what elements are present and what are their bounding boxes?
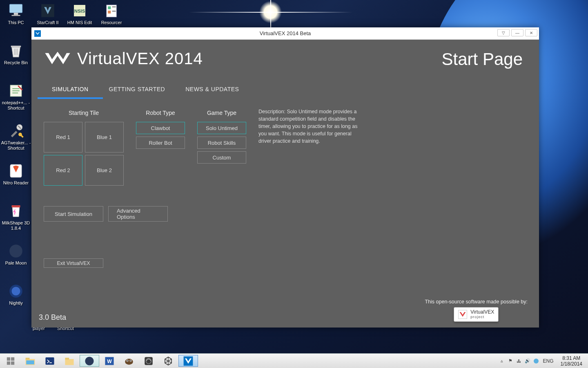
taskbar-word[interactable]: W (100, 354, 119, 368)
close-button[interactable]: ✕ (525, 29, 537, 36)
brand-title: VirtualVEX 2014 (77, 49, 203, 68)
starting-tile-column: Starting Tile Red 1 Blue 1 Red 2 Blue 2 (44, 110, 124, 186)
pale-moon-icon (7, 242, 24, 260)
desktop-icon-label: Pale Moon (4, 260, 28, 266)
column-title: Starting Tile (69, 110, 99, 116)
tab-news-updates[interactable]: NEWS & UPDATES (185, 86, 239, 97)
bin-icon (7, 42, 24, 59)
desktop-icon-notepad-shortcut[interactable]: notepad++... - Shortcut (0, 82, 32, 121)
tray-network-icon[interactable]: 🖧 (516, 358, 522, 364)
desktop-icon-nightly[interactable]: Nightly (0, 283, 32, 321)
svg-rect-17 (108, 11, 111, 13)
tray-overflow-icon[interactable]: ▵ (499, 358, 505, 364)
tab-getting-started[interactable]: GETTING STARTED (109, 86, 165, 97)
exit-button[interactable]: Exit VirtualVEX (44, 258, 103, 268)
version-label: 3.0 Beta (39, 313, 66, 322)
svg-rect-40 (184, 356, 193, 366)
desktop-icon-label: MilkShape 3D 1.8.4 (0, 220, 32, 231)
desktop-icon-label: notepad++... - Shortcut (0, 100, 32, 111)
app-content: VirtualVEX 2014 Start Page SIMULATION GE… (31, 40, 539, 328)
page-title: Start Page (442, 49, 523, 69)
tools-icon (7, 122, 24, 139)
system-tray: ▵ ⚑ 🖧 🔊 ENG 8:31 AM 1/18/2014 (499, 354, 588, 368)
svg-point-9 (9, 245, 22, 258)
taskbar-unity[interactable] (158, 354, 178, 368)
monitor-icon (7, 2, 24, 19)
desktop-icon-label: Nightly (8, 301, 24, 306)
start-button[interactable] (1, 354, 20, 368)
sponsor-badge[interactable]: VirtualVEX project (454, 307, 499, 322)
robot-type-roller-bot[interactable]: Roller Bot (136, 137, 185, 149)
svg-rect-22 (7, 361, 10, 364)
wallpaper-sun (259, 1, 282, 23)
desktop-icon-milkshape[interactable]: MilkShape 3D 1.8.4 (0, 202, 32, 241)
desktop-icon-this-pc[interactable]: This PC (0, 2, 32, 41)
desktop-icon-label: Resourcer (100, 20, 123, 25)
svg-text:NSIS: NSIS (74, 9, 85, 13)
game-type-solo-untimed[interactable]: Solo Untimed (197, 122, 246, 134)
tray-sync-icon[interactable] (533, 358, 539, 364)
window-title: VirtualVEX 2014 Beta (260, 30, 311, 36)
robot-type-column: Robot Type Clawbot Roller Bot (136, 110, 185, 186)
game-type-custom[interactable]: Custom (197, 151, 246, 164)
sponsor-text: This open-source software made possible … (425, 299, 528, 305)
svg-rect-20 (7, 357, 10, 360)
tile-red-1[interactable]: Red 1 (44, 122, 82, 153)
start-simulation-button[interactable]: Start Simulation (44, 206, 103, 222)
svg-point-37 (130, 360, 131, 361)
taskbar-file-explorer[interactable] (20, 354, 40, 368)
desktop-icon-agtweaker-shortcut[interactable]: AGTweaker... - Shortcut (0, 122, 32, 161)
tile-blue-2[interactable]: Blue 2 (85, 155, 124, 186)
window-buttons: ▽ — ✕ (497, 29, 537, 36)
tabs: SIMULATION GETTING STARTED NEWS & UPDATE… (44, 86, 527, 97)
notepad-icon (7, 82, 24, 99)
tab-simulation[interactable]: SIMULATION (52, 86, 89, 97)
resourcer-icon (103, 2, 120, 19)
taskbar-gimp[interactable] (119, 354, 139, 368)
desktop-icon-label: This PC (7, 20, 24, 25)
nsis-icon: NSIS (71, 2, 88, 19)
taskbar-virtualvex[interactable] (178, 355, 198, 367)
column-title: Robot Type (146, 110, 175, 116)
tray-clock[interactable]: 8:31 AM 1/18/2014 (557, 355, 586, 367)
svg-point-30 (85, 357, 94, 365)
taskbar-app-1[interactable] (139, 354, 158, 368)
svg-rect-8 (12, 205, 20, 207)
starcraft-icon (39, 2, 56, 19)
desktop-icon-nitro-reader[interactable]: Nitro Reader (0, 162, 32, 201)
nightly-icon (7, 283, 24, 300)
window-titlebar[interactable]: VirtualVEX 2014 Beta ▽ — ✕ (31, 27, 539, 40)
minimize-button[interactable]: — (511, 29, 523, 36)
svg-point-36 (127, 360, 128, 361)
desktop-icon-pale-moon[interactable]: Pale Moon (0, 242, 32, 281)
tile-blue-1[interactable]: Blue 1 (85, 122, 124, 153)
tray-language[interactable]: ENG (541, 358, 555, 364)
window-button-extra[interactable]: ▽ (497, 29, 510, 36)
tile-red-2[interactable]: Red 2 (44, 155, 82, 186)
tray-flag-icon[interactable]: ⚑ (507, 358, 514, 364)
game-type-column: Game Type Solo Untimed Robot Skills Cust… (197, 110, 246, 186)
svg-point-33 (125, 359, 133, 365)
svg-rect-23 (11, 361, 14, 364)
clock-time: 8:31 AM (561, 355, 582, 361)
advanced-options-button[interactable]: Advanced Options (108, 206, 168, 222)
column-title: Game Type (207, 110, 236, 116)
svg-point-41 (534, 359, 539, 364)
milkshape-icon (7, 202, 24, 220)
game-type-robot-skills[interactable]: Robot Skills (197, 137, 246, 149)
taskbar-folder[interactable] (60, 354, 79, 368)
svg-rect-0 (9, 4, 22, 13)
taskbar-powershell[interactable] (40, 354, 60, 368)
app-icon (34, 30, 41, 37)
game-type-description: Description: Solo Untimed mode provides … (258, 108, 361, 186)
svg-text:W: W (107, 358, 112, 364)
tray-volume-icon[interactable]: 🔊 (524, 358, 531, 364)
desktop-icon-label: Recycle Bin (3, 60, 29, 65)
svg-rect-21 (11, 357, 14, 360)
robot-type-clawbot[interactable]: Clawbot (136, 122, 185, 134)
svg-rect-29 (65, 357, 69, 359)
sponsor-badge-title: VirtualVEX (470, 310, 494, 314)
desktop-icon-recycle-bin[interactable]: Recycle Bin (0, 42, 32, 81)
taskbar-pale-moon[interactable] (80, 355, 99, 367)
sponsor-logo-icon (458, 310, 467, 319)
